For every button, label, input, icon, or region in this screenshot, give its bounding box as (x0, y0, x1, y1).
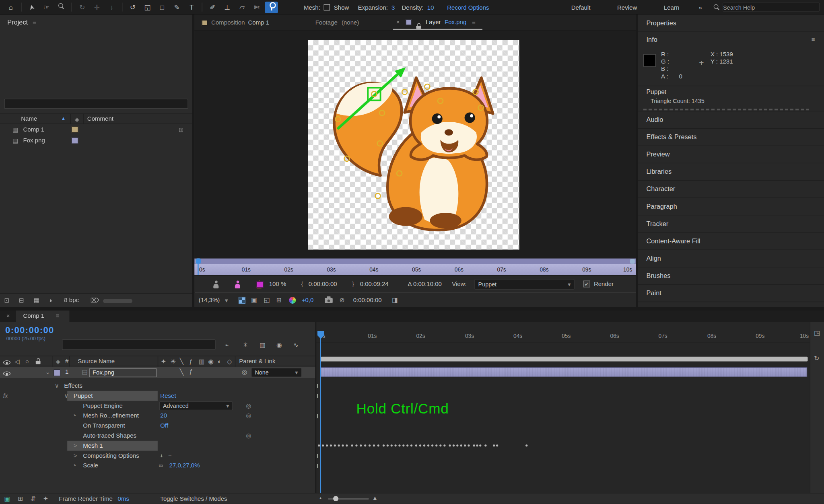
label-column-icon[interactable]: ◈ (74, 115, 79, 123)
toggle-switches-button[interactable]: Toggle Switches / Modes (160, 496, 227, 502)
twirl-open-icon[interactable]: ∨ (64, 391, 68, 401)
pan-camera-tool-icon[interactable]: ✛ (91, 1, 104, 13)
work-area-bar[interactable] (321, 357, 808, 362)
tab-layer-active[interactable]: × Layer Fox.png ≡ (393, 15, 482, 30)
orbit-camera-tool-icon[interactable]: ↻ (76, 1, 89, 13)
pixel-aspect-icon[interactable]: ⊞ (276, 296, 282, 304)
zoom-out-icon[interactable]: ▴ (319, 496, 321, 500)
name-column-header[interactable]: Name (21, 115, 37, 122)
sort-ascending-icon[interactable]: ▲ (61, 115, 66, 121)
zoom-slider-knob[interactable] (333, 496, 338, 501)
project-item-name[interactable]: Fox.png (23, 137, 45, 144)
panel-tab-libraries[interactable]: Libraries (638, 163, 824, 181)
parent-dropdown[interactable]: None ▾ (251, 368, 301, 377)
rotation-tool-icon[interactable]: ↺ (126, 1, 139, 13)
constrain-proportions-icon[interactable]: ∞ (159, 461, 163, 471)
fast-previews-icon[interactable]: ◨ (392, 296, 398, 304)
type-tool-icon[interactable]: T (185, 1, 198, 13)
puppet-effect-row[interactable]: fx ∨ Puppet Reset (0, 391, 315, 401)
puppet-engine-row[interactable]: Puppet Engine Advanced ▾ ◎ (0, 401, 315, 411)
parent-pickwhip-icon[interactable]: ◎ (242, 368, 247, 376)
close-tab-icon[interactable]: × (6, 313, 10, 319)
transfer-controls-pane-icon[interactable]: ⊞ (18, 495, 23, 502)
project-scrollbar[interactable] (103, 299, 132, 303)
timeline-tab-comp1[interactable]: Comp 1 ≡ (16, 311, 69, 322)
stopwatch-icon[interactable]: ◔ (72, 461, 76, 471)
parent-link-column-header[interactable]: Parent & Link (239, 358, 275, 364)
puppet-engine-dropdown[interactable]: Advanced ▾ (159, 401, 233, 410)
snapshot-camera-icon[interactable] (325, 298, 333, 303)
pen-tool-icon[interactable]: ✎ (170, 1, 183, 13)
keyframe-dots-segment[interactable] (449, 444, 470, 446)
scale-row[interactable]: ◔ Scale ∞ 27,0,27,0% (0, 461, 315, 471)
panel-tab-properties[interactable]: Properties (638, 15, 824, 32)
workspace-tab-learn[interactable]: Learn (664, 4, 679, 10)
panel-tab-brushes[interactable]: Brushes (638, 267, 824, 285)
refresh-icon[interactable]: ↻ (814, 355, 819, 362)
transparency-grid-icon[interactable] (239, 297, 245, 304)
comment-column-header[interactable]: Comment (87, 115, 113, 122)
timeline-ruler[interactable]: 0s 01s 02s 03s 04s 05s 06s 07s 08s 09s 1… (315, 331, 810, 343)
keyframe-dots-segment[interactable] (525, 444, 529, 446)
timeline-zoom-slider[interactable] (328, 498, 369, 500)
layer-name-box[interactable]: Fox.png (89, 368, 157, 377)
mesh-refinement-row[interactable]: ◔ Mesh Ro...efinement 20 ◎ (0, 411, 315, 421)
link-icon[interactable]: ◎ (246, 401, 251, 411)
project-item-comp[interactable]: ▦ Comp 1 ⊞ (0, 124, 192, 135)
preview-time-value[interactable]: 0:00:00:00 (353, 297, 382, 303)
effects-group-row[interactable]: ∨ Effects (0, 381, 315, 391)
timeline-search-input[interactable] (62, 339, 215, 350)
density-value[interactable]: 10 (427, 4, 434, 10)
layer-label-chip[interactable] (54, 369, 60, 376)
project-search-input[interactable] (4, 99, 188, 109)
layer-twirl-icon[interactable]: ⌄ (45, 368, 50, 376)
in-point-value[interactable]: 0:00:00:00 (309, 280, 337, 287)
viewer-time-ruler[interactable]: 0s 01s 02s 03s 04s 05s 06s 07s 08s 09s 1… (194, 259, 636, 276)
keyframe-dots-segment[interactable] (493, 444, 498, 446)
interpret-footage-icon[interactable]: ⊡ (4, 297, 9, 304)
help-search-input[interactable] (723, 3, 820, 12)
exposure-value[interactable]: +0,0 (302, 297, 314, 303)
render-options-icon[interactable]: ✦ (43, 495, 48, 502)
channels-icon[interactable] (289, 297, 296, 304)
reset-link[interactable]: Reset (160, 391, 176, 401)
mask-visibility-icon[interactable]: ▣ (251, 296, 257, 304)
auto-traced-shapes-row[interactable]: Auto-traced Shapes ◎ (0, 431, 315, 441)
zoom-in-icon[interactable]: ▲ (372, 495, 378, 501)
timeline-tab-menu-icon[interactable]: ≡ (56, 313, 59, 319)
render-checkbox[interactable]: ✓ (583, 280, 590, 287)
puppet-pin-tool-icon[interactable] (265, 1, 278, 13)
workspace-tab-default[interactable]: Default (571, 4, 591, 10)
dolly-camera-tool-icon[interactable]: ↓ (105, 1, 118, 13)
project-panel-menu-icon[interactable]: ≡ (33, 19, 36, 25)
new-folder-icon[interactable]: ⊟ (19, 297, 24, 304)
hand-tool-icon[interactable]: ☞ (40, 1, 53, 13)
project-item-name[interactable]: Comp 1 (23, 126, 44, 132)
layer-effects-icon[interactable]: ƒ (189, 368, 193, 376)
compositing-options-row[interactable]: > Compositing Options + − (0, 451, 315, 461)
panel-tab-audio[interactable]: Audio (638, 111, 824, 129)
view-person-icon[interactable] (213, 280, 218, 288)
info-panel-title[interactable]: Info (647, 36, 657, 43)
on-transparent-row[interactable]: On Transparent Off (0, 421, 315, 431)
layer-switches-pane-icon[interactable]: ▣ (4, 495, 10, 502)
out-bracket-icon[interactable]: } (352, 280, 354, 287)
layer-quality-icon[interactable]: ╲ (180, 368, 183, 376)
panel-tab-paint[interactable]: Paint (638, 285, 824, 302)
home-tool-icon[interactable]: ⌂ (4, 1, 17, 13)
layer-duration-bar[interactable] (321, 367, 807, 377)
mesh-1-row[interactable]: > Mesh 1 (0, 441, 315, 451)
delete-icon[interactable]: ⌦ (91, 297, 99, 304)
panel-tab-content-aware-fill[interactable]: Content-Aware Fill (638, 233, 824, 250)
link-icon[interactable]: ◎ (246, 411, 251, 421)
shape-tool-icon[interactable]: □ (156, 1, 169, 13)
layer-row[interactable]: ⌄ 1 ▤ Fox.png ╲ ƒ ◎ None ▾ (0, 367, 315, 378)
mesh-show-checkbox[interactable] (324, 4, 330, 10)
keyframe-dots-segment[interactable] (318, 444, 348, 446)
bit-depth-button[interactable]: 8 bpc (64, 297, 79, 303)
panel-tab-preview[interactable]: Preview (638, 146, 824, 163)
label-color-chip[interactable] (72, 126, 78, 133)
in-out-panes-icon[interactable]: ⇵ (31, 495, 36, 502)
region-of-interest-icon[interactable]: ◱ (264, 296, 270, 304)
comp-marker-icon[interactable]: ◳ (814, 329, 820, 337)
